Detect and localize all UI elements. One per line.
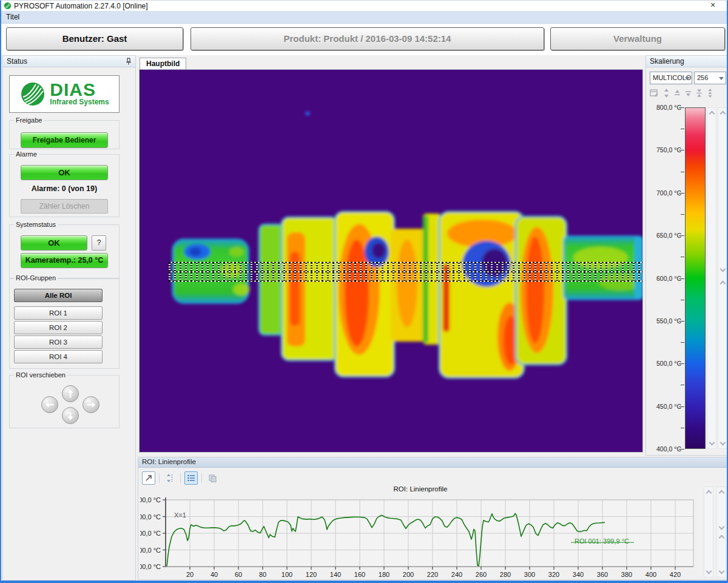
linienprofile-header: ROI: Linienprofile <box>138 457 727 468</box>
x-axis-label: 320 <box>548 571 559 578</box>
copy-icon[interactable] <box>206 471 219 485</box>
palette-settings-icon[interactable] <box>650 89 659 98</box>
x-axis-label: 140 <box>330 571 341 578</box>
menu-item-titel[interactable]: Titel <box>1 13 24 21</box>
chevron-down-icon <box>685 77 690 80</box>
app-icon <box>4 2 12 10</box>
move-up-button[interactable] <box>61 385 79 403</box>
status-panel-header: Status <box>3 56 135 67</box>
dias-logo-mark <box>19 81 46 107</box>
x-axis-label: 280 <box>500 571 511 578</box>
x-axis-label: 260 <box>476 571 487 578</box>
app-window: PYROSOFT Automation 2.27.4.0 [Online] × … <box>0 0 728 583</box>
levels-select[interactable]: 256 <box>694 72 726 84</box>
line-profile-chart[interactable]: 800,0 °C700,0 °C600,0 °C500,0 °C400,0 °C… <box>140 493 704 579</box>
x-axis-label: 40 <box>211 571 218 578</box>
palette-select[interactable]: MULTICOLOR <box>650 72 692 84</box>
alarme-ok-button[interactable]: OK <box>21 165 108 180</box>
x-axis-label: 340 <box>573 571 584 578</box>
colorbar-label: 600,0 °C <box>656 275 681 282</box>
menubar: Titel <box>1 11 727 24</box>
kameratemp-button[interactable]: Kameratemp.: 25,0 °C <box>21 253 108 268</box>
benutzer-button[interactable]: Benutzer: Gast <box>6 27 183 50</box>
legend-label: ROI 001: 399,9 °C <box>575 538 629 545</box>
x-axis-label: 200 <box>403 571 414 578</box>
colorbar-label: 650,0 °C <box>656 232 681 239</box>
dias-logo: DIAS Infrared Systems <box>9 75 120 113</box>
linienprofile-panel: ROI: Linienprofile ROI: Linienprofile 80… <box>138 457 728 580</box>
open-in-window-icon[interactable] <box>142 471 155 485</box>
move-down-button[interactable] <box>61 406 79 425</box>
colorbar-label: 750,0 °C <box>656 146 681 153</box>
x-axis-label: 20 <box>186 571 194 578</box>
y-axis-label: 600,0 °C <box>140 530 161 537</box>
cursor-annotation: X=1 <box>174 511 186 519</box>
help-button[interactable]: ? <box>92 235 106 251</box>
thermal-image[interactable] <box>140 70 642 452</box>
tab-hauptbild[interactable]: Hauptbild <box>140 58 186 70</box>
skalierung-toolbar <box>650 87 726 98</box>
linienprofile-toolbar <box>142 471 219 485</box>
temperature-colorbar <box>685 107 706 449</box>
auto-scale-icon[interactable] <box>707 89 713 98</box>
lower-min-icon[interactable] <box>685 89 692 98</box>
colorbar-label: 400,0 °C <box>656 445 681 453</box>
move-left-button[interactable] <box>41 396 59 414</box>
scale-scrollbar-split[interactable] <box>718 107 727 449</box>
main-tabstrip: Hauptbild <box>139 56 643 69</box>
top-button-row: Benutzer: Gast Produkt: Produkt / 2016-0… <box>1 24 727 55</box>
expand-range-icon[interactable] <box>663 89 670 98</box>
x-axis-label: 220 <box>427 571 438 578</box>
chart-title: ROI: Linienprofile <box>138 485 703 493</box>
titlebar: PYROSOFT Automation 2.27.4.0 [Online] × <box>1 1 727 11</box>
y-axis-label: 800,0 °C <box>140 496 161 504</box>
x-axis-label: 400 <box>645 571 656 578</box>
window-title: PYROSOFT Automation 2.27.4.0 [Online] <box>14 2 148 10</box>
freigabe-bediener-button[interactable]: Freigabe Bediener <box>21 132 108 148</box>
zaehler-loeschen-button[interactable]: Zähler Löschen <box>21 199 108 214</box>
chevron-down-icon <box>719 77 724 80</box>
x-axis-label: 180 <box>379 571 389 578</box>
x-axis-label: 100 <box>281 571 292 578</box>
thermal-image-frame <box>139 69 643 453</box>
roi-button-alle[interactable]: Alle ROI <box>14 289 103 302</box>
roi-button-4[interactable]: ROI 4 <box>14 350 103 363</box>
roi-button-1[interactable]: ROI 1 <box>14 306 103 320</box>
move-right-button[interactable] <box>82 396 100 414</box>
x-axis-label: 80 <box>259 571 266 578</box>
roi-button-2[interactable]: ROI 2 <box>14 321 103 334</box>
systemstatus-ok-button[interactable]: OK <box>21 235 87 251</box>
x-axis-label: 60 <box>235 571 242 578</box>
x-axis-label: 120 <box>306 571 317 578</box>
x-axis-label: 160 <box>354 571 365 578</box>
roi-button-3[interactable]: ROI 3 <box>14 335 103 349</box>
x-axis-label: 360 <box>597 571 608 578</box>
colorbar-label: 550,0 °C <box>656 317 681 325</box>
dias-logo-subtitle: Infrared Systems <box>50 98 109 106</box>
status-panel: Status DIAS Infrared Systems Freigabe <box>2 55 136 581</box>
colorbar-label: 800,0 °C <box>656 104 681 111</box>
colorbar-label: 500,0 °C <box>656 360 681 367</box>
colorbar-label: 700,0 °C <box>656 189 681 197</box>
x-axis-label: 420 <box>670 571 681 578</box>
roi-line-band <box>169 262 642 281</box>
chart-scrollbar-right[interactable] <box>716 487 726 578</box>
dias-logo-text: DIAS <box>50 82 109 98</box>
scale-scrollbar-full[interactable] <box>707 107 716 449</box>
raise-max-icon[interactable] <box>674 89 681 98</box>
colorbar-label: 450,0 °C <box>656 403 681 410</box>
verwaltung-button[interactable]: Verwaltung <box>550 27 725 50</box>
list-view-icon[interactable] <box>184 471 198 485</box>
pin-icon[interactable] <box>126 58 132 65</box>
produkt-button[interactable]: Produkt: Produkt / 2016-03-09 14:52:14 <box>190 27 544 50</box>
chart-scrollbar-left[interactable] <box>704 487 713 578</box>
y-axis-label: 500,0 °C <box>140 547 161 554</box>
fit-vertical-icon[interactable] <box>163 471 177 485</box>
x-axis-label: 240 <box>451 571 462 578</box>
y-axis-label: 700,0 °C <box>140 513 161 521</box>
close-button[interactable]: × <box>706 1 720 10</box>
skalierung-header: Skalierung <box>646 56 727 67</box>
x-axis-label: 300 <box>524 571 535 578</box>
compress-range-icon[interactable] <box>696 89 703 98</box>
systemstatus-group: Systemstatus <box>9 224 120 279</box>
